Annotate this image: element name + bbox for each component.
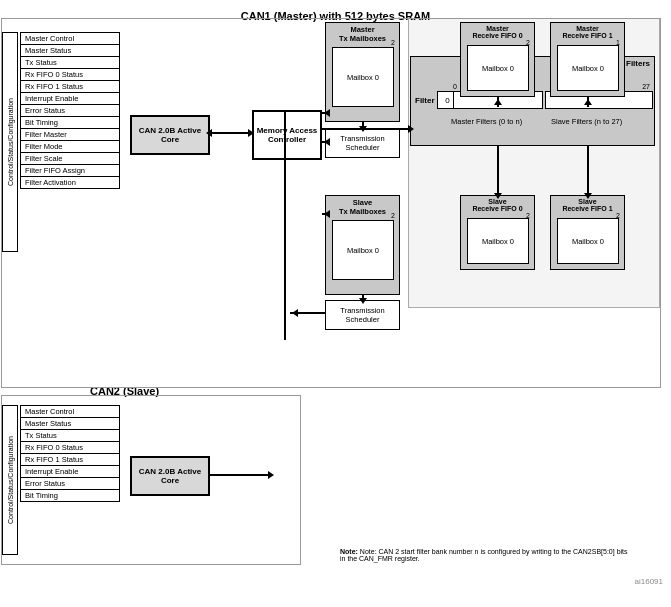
bottom-section-border (1, 395, 301, 565)
top-section-border (1, 18, 661, 388)
note-text: Note: Note: CAN 2 start filter bank numb… (340, 548, 630, 562)
watermark: ai16091 (635, 577, 663, 586)
